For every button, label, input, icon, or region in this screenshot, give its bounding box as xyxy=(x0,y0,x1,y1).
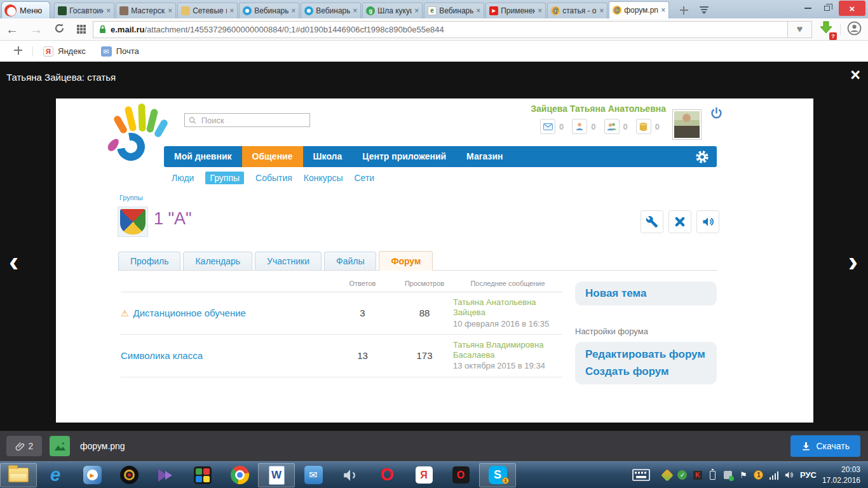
taskbar-opera[interactable]: O xyxy=(369,463,405,487)
coins-icon[interactable] xyxy=(636,119,651,134)
subnav-events[interactable]: События xyxy=(255,173,292,183)
taskbar-clock[interactable]: 20:03 17.02.2016 xyxy=(822,464,863,485)
taskbar-chrome[interactable] xyxy=(221,463,258,487)
viewer-close-icon[interactable]: × xyxy=(850,67,860,84)
address-bar[interactable]: e.mail.ru/attachment/1455372960000000088… xyxy=(93,21,788,38)
group-avatar[interactable] xyxy=(118,207,148,237)
tab-close-icon[interactable]: × xyxy=(168,7,172,15)
tab-close-icon[interactable]: × xyxy=(538,7,542,15)
tab-calendar[interactable]: Календарь xyxy=(183,252,252,270)
leave-group-button[interactable] xyxy=(668,210,691,233)
subnav-groups[interactable]: Группы xyxy=(205,172,244,184)
taskbar-explorer[interactable] xyxy=(0,463,37,487)
taskbar-kmplayer[interactable] xyxy=(147,463,184,487)
battery-tray-icon[interactable] xyxy=(708,470,718,480)
browser-tab-gosavto[interactable]: Госавтоинс × xyxy=(54,3,114,18)
taskbar-word[interactable]: W xyxy=(258,463,295,487)
tab-forum[interactable]: Форум xyxy=(379,251,433,271)
subnav-people[interactable]: Люди xyxy=(172,173,194,183)
speed-dial-icon[interactable] xyxy=(77,25,86,34)
onscreen-keyboard-icon[interactable] xyxy=(632,469,650,481)
taskbar-yandex-browser[interactable]: Я xyxy=(405,463,442,487)
nav-my-diary[interactable]: Мой дневник xyxy=(164,146,242,167)
tab-close-icon[interactable]: × xyxy=(229,7,234,15)
forward-icon[interactable]: → xyxy=(30,23,43,36)
browser-tab-forum-png[interactable]: @ форум.png × xyxy=(609,1,669,18)
tab-close-icon[interactable]: × xyxy=(414,7,419,15)
reload-icon[interactable] xyxy=(54,23,65,36)
kaspersky-tray-icon[interactable]: K xyxy=(693,470,703,480)
downloads-button[interactable]: ? xyxy=(818,20,834,38)
network-signal-icon[interactable] xyxy=(769,470,779,480)
taskbar-skype[interactable]: S 1 xyxy=(479,463,516,487)
last-author-link[interactable]: Татьяна Анатольевна Зайцева xyxy=(453,297,562,318)
tab-list-button[interactable] xyxy=(696,3,712,18)
browser-tab-webinar-2[interactable]: Вебинары × xyxy=(301,3,361,18)
tab-profile[interactable]: Профиль xyxy=(118,252,180,270)
taskbar-media-player[interactable]: ▶ xyxy=(74,463,111,487)
logout-icon[interactable] xyxy=(710,107,723,123)
search-input[interactable] xyxy=(200,115,306,126)
taskbar-volume-app[interactable] xyxy=(332,463,369,487)
bluestacks-tray-icon[interactable] xyxy=(662,470,672,480)
attachments-list-button[interactable]: 2 xyxy=(6,436,42,456)
window-minimize-button[interactable] xyxy=(798,1,817,15)
image-thumbnail[interactable] xyxy=(50,436,70,456)
tab-close-icon[interactable]: × xyxy=(599,7,604,15)
new-tab-button[interactable] xyxy=(674,3,693,18)
last-author-link[interactable]: Татьяна Владимировна Басалаева xyxy=(453,340,562,361)
messages-icon[interactable] xyxy=(540,119,555,134)
tab-close-icon[interactable]: × xyxy=(106,7,111,15)
tab-close-icon[interactable]: × xyxy=(353,7,357,15)
taskbar-opera-dark[interactable]: O xyxy=(442,463,479,487)
profile-icon[interactable] xyxy=(847,21,862,38)
topic-link[interactable]: Дистанционное обучение xyxy=(133,308,246,318)
action-center-flag-icon[interactable]: ⚑ xyxy=(738,470,749,480)
taskbar-mail-app[interactable]: ✉ xyxy=(295,463,332,487)
breadcrumb[interactable]: Группы xyxy=(119,194,143,201)
subnav-contests[interactable]: Конкурсы xyxy=(304,173,343,183)
taskbar-webcam[interactable] xyxy=(111,463,147,487)
nav-communication[interactable]: Общение xyxy=(242,146,303,167)
browser-tab-webinar-1[interactable]: Вебинары × xyxy=(239,3,299,18)
taskbar-puzzle-app[interactable] xyxy=(184,463,221,487)
bookmark-yandex[interactable]: Я Яндекс xyxy=(43,46,86,57)
browser-tab-statya[interactable]: @ статья - ol × xyxy=(547,3,607,18)
download-button[interactable]: Скачать xyxy=(790,435,861,457)
window-restore-button[interactable] xyxy=(817,1,836,15)
browser-tab-setevye[interactable]: Сетевые п × xyxy=(177,3,238,18)
usb-tray-icon[interactable] xyxy=(723,470,733,480)
browser-tab-shla-kukush[interactable]: g Шла кукуш × xyxy=(362,3,423,18)
notifications-button[interactable] xyxy=(696,210,719,233)
window-close-button[interactable]: × xyxy=(839,1,865,16)
group-settings-button[interactable] xyxy=(641,210,663,233)
user-name-link[interactable]: Зайцева Татьяна Анатольевна xyxy=(531,104,666,114)
nav-app-center[interactable]: Центр приложений xyxy=(352,146,456,167)
tab-close-icon[interactable]: × xyxy=(291,7,295,15)
tab-close-icon[interactable]: × xyxy=(661,6,665,14)
back-icon[interactable]: ← xyxy=(6,23,18,36)
user-avatar[interactable] xyxy=(672,109,702,140)
browser-tab-masterskaya[interactable]: Мастерска × xyxy=(116,3,176,18)
nav-store[interactable]: Магазин xyxy=(456,146,513,167)
groups-icon[interactable] xyxy=(604,119,620,134)
browser-menu-button[interactable]: Меню xyxy=(1,1,50,18)
next-attachment-button[interactable]: › xyxy=(848,247,858,276)
friends-icon[interactable] xyxy=(572,119,587,134)
taskbar-internet-explorer[interactable]: e xyxy=(37,463,74,487)
nav-school[interactable]: Школа xyxy=(303,146,353,167)
volume-tray-icon[interactable] xyxy=(784,470,794,480)
site-search[interactable] xyxy=(184,113,310,127)
coin-tray-icon[interactable]: 1 xyxy=(754,470,764,480)
new-topic-button[interactable]: Новая тема xyxy=(575,281,717,306)
update-check-tray-icon[interactable]: ✓ xyxy=(677,470,688,480)
subnav-networks[interactable]: Сети xyxy=(354,173,374,183)
previous-attachment-button[interactable]: ‹ xyxy=(9,247,18,276)
tab-members[interactable]: Участники xyxy=(255,252,322,270)
topic-link[interactable]: Символика класса xyxy=(121,350,203,361)
language-indicator[interactable]: РУС xyxy=(800,470,817,480)
create-forum-link[interactable]: Создать форум xyxy=(585,365,707,378)
tab-close-icon[interactable]: × xyxy=(476,7,480,15)
tab-files[interactable]: Файлы xyxy=(324,252,376,270)
gear-icon[interactable] xyxy=(695,150,709,164)
